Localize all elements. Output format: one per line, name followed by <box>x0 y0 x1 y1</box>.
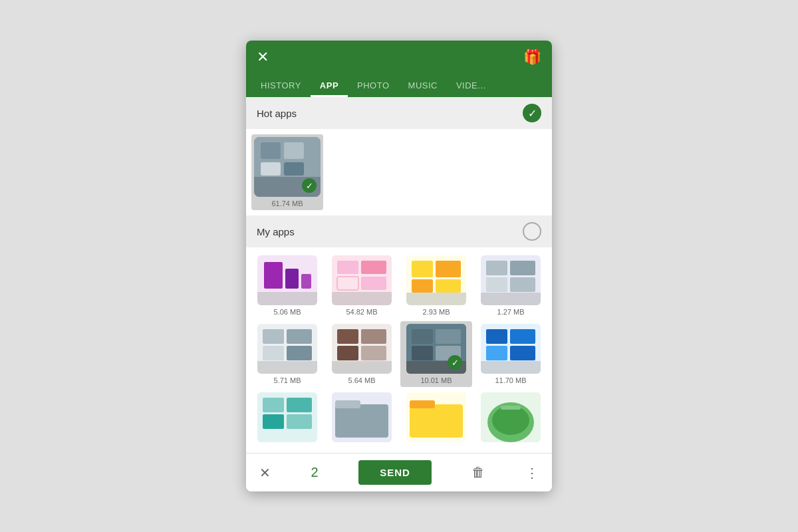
svg-rect-57 <box>287 414 312 429</box>
app-icon-2 <box>332 255 392 305</box>
svg-rect-19 <box>436 261 461 277</box>
app-size: 61.74 MB <box>271 200 303 207</box>
close-icon[interactable]: ✕ <box>257 49 269 66</box>
hot-apps-title: Hot apps <box>257 108 297 119</box>
app-header: ✕ 🎁 <box>246 41 552 74</box>
app-size: 54.82 MB <box>346 308 377 316</box>
svg-rect-42 <box>412 329 433 344</box>
svg-rect-9 <box>301 274 311 289</box>
tab-app[interactable]: APP <box>311 74 348 97</box>
svg-rect-20 <box>412 279 433 293</box>
selected-count: 2 <box>311 465 319 480</box>
svg-rect-3 <box>261 162 281 176</box>
svg-rect-34 <box>257 361 317 374</box>
app-icon-10 <box>332 392 392 442</box>
tab-history[interactable]: HISTORY <box>251 74 311 97</box>
list-item[interactable]: 1.27 MB <box>475 253 547 319</box>
tab-photo[interactable]: PHOTO <box>348 74 399 97</box>
svg-rect-43 <box>436 329 461 344</box>
svg-rect-7 <box>264 262 283 289</box>
tab-bar: HISTORY APP PHOTO MUSIC VIDE... <box>246 74 552 97</box>
svg-point-66 <box>492 406 529 435</box>
app-icon-11 <box>406 392 466 442</box>
send-button[interactable]: SEND <box>358 460 432 485</box>
list-item[interactable]: 54.82 MB <box>326 253 398 319</box>
svg-rect-18 <box>412 261 433 277</box>
hot-apps-grid: ✓ 61.74 MB <box>246 129 552 215</box>
svg-rect-67 <box>501 406 521 410</box>
svg-rect-40 <box>332 361 392 374</box>
list-item[interactable]: ✓ 61.74 MB <box>251 134 323 210</box>
app-icon-9 <box>257 392 317 442</box>
svg-rect-13 <box>361 261 386 274</box>
app-size: 1.27 MB <box>497 308 525 316</box>
app-size: 2.93 MB <box>423 308 450 316</box>
svg-rect-4 <box>284 162 304 176</box>
svg-rect-44 <box>412 346 433 360</box>
app-icon-7: ✓ <box>406 324 466 374</box>
selected-badge: ✓ <box>448 355 462 370</box>
svg-rect-60 <box>335 400 360 408</box>
svg-rect-54 <box>263 398 284 412</box>
app-icon-1 <box>257 255 317 305</box>
svg-rect-32 <box>263 346 284 360</box>
trash-button[interactable]: 🗑 <box>471 465 485 480</box>
my-apps-section-header: My apps <box>246 215 552 247</box>
app-icon-3 <box>406 255 466 305</box>
list-item[interactable]: ✓ 10.01 MB <box>400 321 472 387</box>
svg-rect-33 <box>287 346 312 360</box>
hot-apps-check-icon[interactable]: ✓ <box>523 104 541 122</box>
svg-rect-59 <box>335 404 388 438</box>
bottom-bar: ✕ 2 SEND 🗑 ⋮ <box>246 453 552 491</box>
svg-rect-15 <box>361 277 386 290</box>
selected-badge: ✓ <box>302 178 317 193</box>
list-item[interactable] <box>326 390 398 448</box>
cancel-button[interactable]: ✕ <box>259 465 271 481</box>
svg-rect-22 <box>406 293 466 305</box>
app-size: 5.71 MB <box>274 376 301 384</box>
app-size: 11.70 MB <box>495 376 526 384</box>
list-item[interactable]: 5.71 MB <box>251 321 323 387</box>
app-icon-5 <box>257 324 317 374</box>
svg-rect-37 <box>361 329 386 344</box>
list-item[interactable] <box>400 390 472 448</box>
svg-rect-38 <box>337 346 358 360</box>
list-item[interactable]: 2.93 MB <box>400 253 472 319</box>
my-apps-radio-icon[interactable] <box>523 222 541 241</box>
svg-rect-27 <box>510 277 535 292</box>
svg-rect-51 <box>510 346 535 360</box>
tab-music[interactable]: MUSIC <box>399 74 447 97</box>
list-item[interactable]: 5.06 MB <box>251 253 323 319</box>
svg-rect-21 <box>436 279 461 293</box>
svg-rect-26 <box>486 277 507 292</box>
svg-rect-52 <box>481 361 541 374</box>
content-area: Hot apps ✓ ✓ 61.74 MB <box>246 97 552 453</box>
svg-rect-2 <box>284 142 304 159</box>
list-item[interactable]: 5.64 MB <box>326 321 398 387</box>
svg-rect-39 <box>361 346 386 360</box>
hot-apps-section-header: Hot apps ✓ <box>246 97 552 129</box>
svg-rect-30 <box>263 329 284 344</box>
svg-rect-36 <box>337 329 358 344</box>
svg-rect-48 <box>486 329 507 344</box>
list-item[interactable]: 11.70 MB <box>475 321 547 387</box>
svg-rect-8 <box>285 269 299 289</box>
app-icon-4 <box>481 255 541 305</box>
svg-rect-62 <box>410 404 463 438</box>
app-icon-6 <box>332 324 392 374</box>
svg-rect-31 <box>287 329 312 344</box>
svg-rect-56 <box>263 414 284 429</box>
my-apps-grid: 5.06 MB 54.82 MB <box>246 247 552 453</box>
list-item[interactable] <box>475 390 547 448</box>
app-size: 10.01 MB <box>420 376 452 384</box>
app-icon-8 <box>481 324 541 374</box>
svg-rect-25 <box>510 261 535 275</box>
list-item[interactable] <box>251 390 323 448</box>
svg-rect-16 <box>332 292 392 305</box>
gift-icon[interactable]: 🎁 <box>523 49 541 66</box>
more-options-button[interactable]: ⋮ <box>525 465 539 481</box>
tab-video[interactable]: VIDE... <box>447 74 495 97</box>
svg-rect-14 <box>337 277 358 290</box>
app-size: 5.64 MB <box>348 376 376 384</box>
svg-rect-49 <box>510 329 535 344</box>
